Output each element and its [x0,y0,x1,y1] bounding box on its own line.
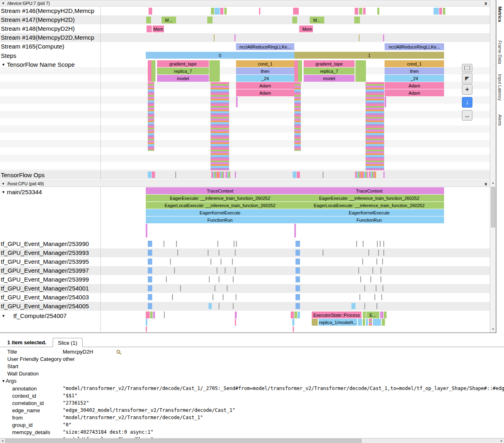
slice-replica-1-model-t[interactable]: replica_1/model/t... [319,319,357,326]
slice[interactable] [382,259,383,265]
group-tf-compute[interactable]: ▼tf_Compute/254007 [2,312,67,319]
slice[interactable] [176,241,177,247]
vertical-scrollbar[interactable]: ▲ ▼ [490,0,496,333]
slice[interactable] [153,312,155,318]
slice[interactable] [209,60,220,82]
slice[interactable] [223,294,223,300]
slice[interactable] [148,250,152,256]
slice-eagerexecute-inference-train-function-260252[interactable]: EagerExecute: __inference_train_function… [146,195,294,201]
slice[interactable] [214,34,215,41]
slice[interactable] [434,8,439,15]
slice[interactable] [236,97,238,107]
slice[interactable] [293,326,294,332]
slice[interactable] [146,326,147,332]
slice[interactable] [235,319,236,326]
slice[interactable] [233,276,234,282]
slice-replica-7[interactable]: replica_7 [304,68,355,74]
slice[interactable] [180,285,181,291]
slice[interactable] [362,259,363,265]
slice-adam[interactable]: Adam [236,89,294,96]
slice-m[interactable]: M... [310,17,324,23]
slice[interactable] [147,25,152,32]
slice-eagerlocalexecute-inference-train-function-260252[interactable]: EagerLocalExecute: __inference_train_fun… [294,202,444,209]
slice[interactable] [294,82,301,151]
slice[interactable] [215,8,220,15]
slice-replica-7[interactable]: replica_7 [157,68,209,74]
slice[interactable] [370,276,371,282]
args-section-header[interactable]: ▼Args [0,377,504,385]
slice[interactable] [215,285,215,291]
slice-e[interactable]: E... [366,312,379,318]
slice-adam[interactable]: Adam [385,82,444,89]
slice[interactable] [296,250,300,256]
slice-executorstate-process[interactable]: ExecutorState::Process [312,312,362,318]
slice-eagerlocalexecute-inference-train-function-260252[interactable]: EagerLocalExecute: __inference_train_fun… [146,202,294,209]
slice[interactable] [296,241,300,247]
slice[interactable] [377,8,379,15]
slice[interactable] [146,224,147,237]
slice[interactable] [234,241,234,247]
trace-timeline[interactable]: M...M...MemMemncclAllReduceRingLLKe...nc… [0,0,496,333]
slice[interactable] [219,250,219,256]
pan-tool-button[interactable]: + [462,84,472,95]
slice[interactable] [376,259,377,265]
slice[interactable] [364,285,365,291]
slice-functionrun[interactable]: FunctionRun [294,216,444,223]
slice[interactable] [363,312,366,318]
selection-tool-button[interactable] [462,64,472,72]
slice[interactable] [170,259,171,265]
slice[interactable] [148,285,152,291]
slice[interactable] [381,276,381,282]
slice[interactable] [209,276,210,282]
slice-0[interactable]: 0 [146,52,294,59]
slice[interactable] [146,319,147,326]
slice[interactable] [443,8,445,15]
scrollbar-thumb[interactable] [491,187,495,227]
slice[interactable] [219,303,219,309]
slice-eagerexecute-inference-train-function-260252[interactable]: EagerExecute: __inference_train_function… [294,195,444,201]
slice[interactable] [291,312,294,318]
scroll-right-icon[interactable]: ► [499,439,504,443]
slice[interactable] [383,172,385,178]
slice-1[interactable]: 1 [294,52,444,59]
slice[interactable] [296,303,300,309]
slice[interactable] [358,319,362,326]
slice[interactable] [294,312,297,318]
slice-tracecontext[interactable]: TraceContext [294,187,444,194]
slice[interactable] [378,250,379,256]
slice[interactable] [298,312,300,318]
horizontal-scrollbar[interactable]: ◄ ► [0,438,504,443]
slice[interactable] [383,34,384,41]
slice[interactable] [211,8,214,15]
slice-then[interactable]: then [385,68,444,74]
slice[interactable] [364,303,365,309]
slice-gradient-tape[interactable]: gradient_tape [157,60,209,67]
slice[interactable] [359,294,360,300]
slice[interactable] [369,172,376,178]
slice[interactable] [148,241,152,247]
slice[interactable] [148,267,152,273]
slice[interactable] [148,82,154,151]
slice[interactable] [221,259,221,265]
slice-m[interactable]: M... [162,17,176,23]
slice[interactable] [354,17,360,23]
slice-24[interactable]: _24 [385,75,444,82]
slice-cond-1[interactable]: cond_1 [236,60,294,67]
slice[interactable] [373,319,381,326]
slice[interactable] [175,172,176,178]
slice[interactable] [359,34,359,41]
slice[interactable] [363,241,364,247]
slice-eagerkernelexecute[interactable]: EagerKernelExecute [146,209,294,216]
slice[interactable] [207,17,213,23]
slice[interactable] [294,224,296,237]
slice[interactable] [293,8,299,15]
slice[interactable] [236,241,237,247]
slice[interactable] [297,172,300,178]
tab-slice[interactable]: Slice (1) [53,338,83,347]
slice-24[interactable]: _24 [236,75,294,82]
slice[interactable] [232,259,233,265]
slice-model[interactable]: model [157,75,209,82]
slice[interactable] [374,294,375,300]
slice[interactable] [148,294,152,300]
slice[interactable] [148,60,151,82]
